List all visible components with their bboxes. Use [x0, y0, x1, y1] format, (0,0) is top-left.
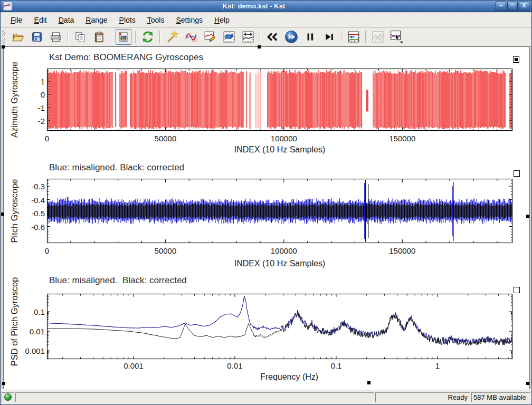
- x-tick-label: 0: [45, 134, 49, 143]
- x-tick-label: 50000: [155, 134, 177, 143]
- y-tick-label: -1: [12, 103, 45, 112]
- x-tick-label: 150000: [389, 246, 415, 255]
- reload-data-button[interactable]: [140, 29, 156, 45]
- plot-focus-square[interactable]: [513, 56, 519, 63]
- y-tick-label: 0: [12, 90, 45, 99]
- play-button[interactable]: [283, 29, 299, 45]
- tied-zoom-button[interactable]: [346, 29, 362, 45]
- x-tick-label: 50000: [155, 246, 177, 255]
- save-button[interactable]: [29, 29, 45, 45]
- focus-dot: [515, 58, 518, 61]
- dropdown-arrow-icon: [400, 42, 403, 44]
- menu-file[interactable]: File: [5, 14, 28, 26]
- y-tick-label: 0.01: [12, 327, 45, 336]
- selection-handle[interactable]: [2, 382, 5, 385]
- plot-focus-square[interactable]: [514, 170, 520, 177]
- close-button[interactable]: X: [519, 2, 529, 11]
- y-tick-label: -2: [12, 117, 45, 126]
- edit-plots-button[interactable]: [202, 29, 218, 45]
- step-forward-button[interactable]: [321, 29, 337, 45]
- view-manager-button[interactable]: 22.8: [183, 29, 199, 45]
- plot-area-1[interactable]: [47, 69, 512, 131]
- x-tick-label: 100000: [271, 246, 297, 255]
- y-tick-label: 0.1: [12, 307, 45, 316]
- menu-range[interactable]: Range: [80, 14, 113, 26]
- x-tick-label: 100000: [271, 134, 297, 143]
- xy-mode-icon: (x,y): [372, 31, 384, 43]
- menu-help[interactable]: Help: [208, 14, 235, 26]
- x-tick-label: 0: [45, 246, 49, 255]
- copy-button[interactable]: [72, 29, 88, 45]
- x-span-icon: [242, 31, 254, 43]
- status-led-cell: [2, 392, 14, 402]
- menu-edit[interactable]: Edit: [28, 14, 53, 26]
- toolbar-separator: [365, 31, 366, 43]
- layout-mode-button[interactable]: [389, 29, 405, 45]
- toolbar-separator: [159, 31, 160, 43]
- open-folder-icon: [12, 31, 24, 43]
- status-bar: Ready 587 MB available: [1, 389, 531, 404]
- y-tick-label: -0.4: [12, 195, 45, 204]
- export-image-icon: [117, 31, 130, 43]
- plot-canvas[interactable]: Kst Demo: BOOMERANG GyroscopesAzimuth Gy…: [3, 46, 530, 390]
- menu-data[interactable]: Data: [53, 14, 80, 26]
- x-axis-label: Frequency (Hz): [260, 372, 318, 382]
- status-message-cell: [15, 392, 374, 402]
- selection-handle[interactable]: [526, 215, 529, 218]
- x-tick-label: 0.001: [124, 361, 144, 370]
- plot-title: Kst Demo: BOOMERANG Gyroscopes: [49, 52, 203, 63]
- menu-plots[interactable]: Plots: [113, 14, 141, 26]
- save-floppy-icon: [31, 31, 43, 43]
- selection-handle[interactable]: [2, 45, 5, 49]
- toolbar-separator: [111, 31, 112, 43]
- x-tick-label: 150000: [389, 134, 415, 143]
- menu-tools[interactable]: Tools: [141, 14, 170, 26]
- menu-bar: File Edit Data Range Plots Tools Setting…: [1, 13, 531, 27]
- step-forward-icon: [323, 31, 336, 43]
- y-axis-label: Azimuth Gyroscope: [10, 62, 20, 138]
- minimize-button[interactable]: –: [496, 2, 506, 11]
- plot-area-3[interactable]: [47, 294, 512, 359]
- toolbar-separator: [260, 31, 261, 43]
- curves-badge-icon: 22.8: [185, 31, 197, 43]
- reload-icon: [141, 31, 154, 43]
- title-bar[interactable]: Kst: demo.kst - Kst – □ X: [1, 1, 531, 12]
- plot-area-2[interactable]: [47, 179, 512, 243]
- selection-handle[interactable]: [367, 381, 370, 384]
- data-mode-box-button[interactable]: [221, 29, 237, 45]
- data-wizard-button[interactable]: [164, 29, 180, 45]
- y-tick-label: 0.001: [12, 346, 45, 355]
- toolbar-drag-handle[interactable]: [2, 30, 5, 44]
- printer-icon: [50, 31, 62, 43]
- xy-data-mode-button[interactable]: (x,y): [370, 29, 386, 45]
- y-tick-label: -0.5: [12, 209, 45, 218]
- menu-settings[interactable]: Settings: [170, 14, 208, 26]
- status-memory-cell: 587 MB available: [471, 392, 530, 402]
- app-icon[interactable]: [3, 2, 12, 11]
- tied-zoom-icon: [347, 31, 360, 43]
- window-title: Kst: demo.kst - Kst: [12, 2, 496, 10]
- paste-clipboard-icon: [93, 31, 106, 43]
- toolbar-separator: [68, 31, 69, 43]
- x-axis-label: INDEX (10 Hz Samples): [234, 259, 326, 268]
- rewind-icon: [266, 31, 279, 43]
- maximize-button[interactable]: □: [507, 2, 518, 11]
- print-button[interactable]: [48, 29, 64, 45]
- selection-handle[interactable]: [258, 45, 261, 49]
- pause-icon: [304, 31, 317, 43]
- x-tick-label: 0.1: [331, 361, 342, 370]
- y-tick-label: -0.6: [12, 222, 45, 231]
- selection-handle[interactable]: [1, 213, 4, 216]
- magic-wand-icon: [166, 31, 178, 43]
- plot-pencil-icon: [204, 31, 216, 43]
- rewind-button[interactable]: [264, 29, 280, 45]
- export-image-button[interactable]: [116, 29, 131, 45]
- plot-focus-square[interactable]: [514, 287, 520, 293]
- pause-button[interactable]: [302, 29, 318, 45]
- zoom-x-span-button[interactable]: [240, 29, 256, 45]
- grid-box-icon: [223, 31, 235, 43]
- paste-button[interactable]: [91, 29, 107, 45]
- open-button[interactable]: [10, 29, 26, 45]
- x-tick-label: 1: [435, 361, 440, 370]
- selection-handle[interactable]: [526, 382, 529, 385]
